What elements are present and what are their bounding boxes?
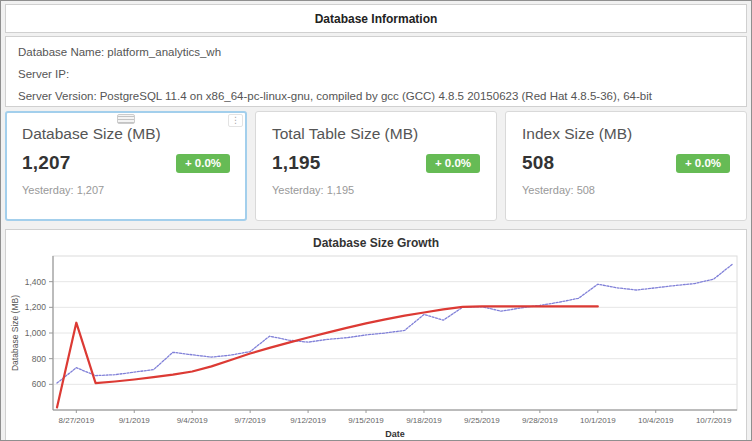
database-information-header: Database Information <box>5 4 747 33</box>
svg-text:10/1/2019: 10/1/2019 <box>580 416 616 425</box>
svg-text:9/7/2019: 9/7/2019 <box>235 416 267 425</box>
database-name-line: Database Name:platform_analytics_wh <box>18 46 734 58</box>
svg-text:9/25/2019: 9/25/2019 <box>464 416 500 425</box>
chart-title: Database Size Growth <box>6 236 746 252</box>
svg-text:9/15/2019: 9/15/2019 <box>348 416 384 425</box>
card-title: Database Size (MB) <box>22 125 230 143</box>
change-badge: + 0.0% <box>426 154 480 173</box>
card-total-table-size[interactable]: Total Table Size (MB) 1,195 + 0.0% Yeste… <box>255 111 497 221</box>
database-size-growth-chart: 6008001,0001,2001,400Database Size (MB)8… <box>7 252 745 440</box>
card-title: Total Table Size (MB) <box>272 125 480 143</box>
svg-text:1,000: 1,000 <box>25 328 47 338</box>
database-name-label: Database Name: <box>18 46 104 58</box>
yesterday-value: Yesterday: 508 <box>522 184 730 196</box>
database-dashboard: Database Information Database Name:platf… <box>0 0 752 441</box>
svg-text:9/18/2019: 9/18/2019 <box>406 416 442 425</box>
y-axis: 6008001,0001,2001,400Database Size (MB) <box>10 256 53 410</box>
yesterday-value: Yesterday: 1,195 <box>272 184 480 196</box>
svg-text:8/27/2019: 8/27/2019 <box>59 416 95 425</box>
svg-text:600: 600 <box>32 379 46 389</box>
database-name-value: platform_analytics_wh <box>107 46 221 58</box>
card-index-size[interactable]: Index Size (MB) 508 + 0.0% Yesterday: 50… <box>505 111 747 221</box>
server-version-label: Server Version: <box>18 90 97 102</box>
svg-text:9/4/2019: 9/4/2019 <box>177 416 209 425</box>
svg-text:10/4/2019: 10/4/2019 <box>638 416 674 425</box>
yesterday-value: Yesterday: 1,207 <box>22 184 230 196</box>
metric-cards-row: ⋮ Database Size (MB) 1,207 + 0.0% Yester… <box>5 111 747 221</box>
card-database-size[interactable]: ⋮ Database Size (MB) 1,207 + 0.0% Yester… <box>5 111 247 221</box>
svg-text:1,400: 1,400 <box>25 277 47 287</box>
change-badge: + 0.0% <box>176 154 230 173</box>
svg-text:9/12/2019: 9/12/2019 <box>290 416 326 425</box>
svg-text:1,200: 1,200 <box>25 302 47 312</box>
card-value: 1,195 <box>272 152 321 174</box>
x-axis: 8/27/20199/1/20199/4/20199/7/20199/12/20… <box>53 410 737 439</box>
series-trend <box>57 306 598 407</box>
kebab-menu-icon[interactable]: ⋮ <box>228 114 243 127</box>
server-version-value: PostgreSQL 11.4 on x86_64-pc-linux-gnu, … <box>100 90 652 102</box>
server-ip-line: Server IP: <box>18 68 734 80</box>
database-size-growth-panel: Database Size Growth 6008001,0001,2001,4… <box>5 229 747 441</box>
drag-handle-icon[interactable] <box>117 114 135 124</box>
svg-text:9/1/2019: 9/1/2019 <box>119 416 151 425</box>
svg-text:10/7/2019: 10/7/2019 <box>696 416 732 425</box>
svg-text:800: 800 <box>32 354 46 364</box>
grid <box>53 256 737 410</box>
card-title: Index Size (MB) <box>522 125 730 143</box>
card-value: 508 <box>522 152 554 174</box>
y-axis-title: Database Size (MB) <box>10 295 20 371</box>
server-ip-label: Server IP: <box>18 68 69 80</box>
server-version-line: Server Version:PostgreSQL 11.4 on x86_64… <box>18 90 734 102</box>
page-title: Database Information <box>315 12 438 26</box>
x-axis-title: Date <box>385 429 405 439</box>
svg-text:9/28/2019: 9/28/2019 <box>522 416 558 425</box>
database-info-panel: Database Name:platform_analytics_wh Serv… <box>5 36 747 107</box>
change-badge: + 0.0% <box>676 154 730 173</box>
card-value: 1,207 <box>22 152 71 174</box>
